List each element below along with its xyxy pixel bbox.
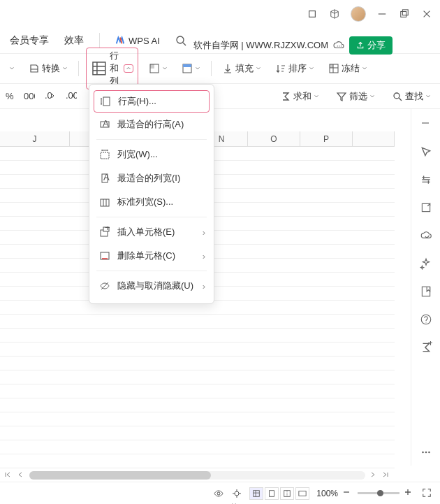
divider (99, 33, 100, 48)
worksheet-button[interactable] (145, 61, 171, 76)
scroll-left-icon[interactable] (17, 471, 25, 480)
zoom-thumb[interactable] (377, 490, 383, 496)
share-label: 分享 (367, 39, 386, 52)
menu-col-width[interactable]: 列宽(W)... (89, 143, 214, 166)
view-page[interactable] (265, 487, 279, 500)
svg-text:.0: .0 (45, 92, 52, 101)
restore-icon[interactable] (306, 8, 318, 20)
menu-hide[interactable]: 隐藏与取消隐藏(U) › (89, 274, 214, 298)
collapse-icon[interactable] (420, 117, 432, 130)
zoom-slider[interactable] (358, 492, 399, 494)
menu-member[interactable]: 会员专享 (10, 34, 49, 47)
table-style-button[interactable] (178, 61, 204, 76)
menu-best-col[interactable]: A 最适合的列宽(I) (89, 166, 214, 190)
sparkle-icon[interactable] (420, 257, 432, 270)
svg-rect-29 (101, 152, 109, 159)
dec-inc[interactable]: .0 (45, 92, 56, 101)
delete-cell-icon (99, 250, 110, 261)
avatar[interactable] (351, 6, 366, 22)
divider (211, 61, 212, 76)
filter-button[interactable]: 筛选 (332, 88, 379, 105)
dec-dec[interactable]: .00 (66, 92, 77, 101)
col-header[interactable] (353, 131, 395, 146)
target-icon[interactable] (231, 488, 242, 499)
menu-col-width-label: 列宽(W)... (117, 148, 158, 161)
horizontal-scrollbar[interactable] (0, 468, 395, 482)
cloud-icon[interactable] (332, 41, 345, 50)
zoom-label[interactable]: 100% (316, 489, 338, 498)
row-col-button[interactable]: 行和列 (86, 48, 138, 89)
filter-icon (336, 91, 347, 102)
scroll-track[interactable] (29, 471, 365, 480)
fill-button[interactable]: 填充 (219, 60, 265, 77)
col-header[interactable]: O (248, 131, 300, 146)
find-icon (392, 91, 403, 102)
sum-button[interactable]: 求和 (277, 88, 323, 105)
menu-insert-cell[interactable]: + 插入单元格(E) › (89, 220, 214, 244)
find-button[interactable]: 查找 (388, 88, 434, 105)
cloud-panel-icon[interactable] (420, 229, 432, 242)
scroll-right-icon[interactable] (369, 471, 378, 480)
menu-insert-cell-label: 插入单元格(E) (117, 226, 175, 238)
freeze-icon (328, 63, 339, 74)
svg-text:.00: .00 (66, 92, 77, 101)
bookmark-icon[interactable] (420, 285, 432, 298)
col-header[interactable]: J (0, 131, 70, 146)
svg-rect-43 (422, 287, 430, 296)
col-header[interactable]: P (300, 131, 353, 146)
col-width-icon (99, 149, 110, 160)
fullscreen-icon[interactable] (422, 488, 433, 499)
svg-rect-2 (401, 12, 406, 17)
view-normal[interactable] (249, 487, 263, 500)
view-read[interactable] (295, 487, 309, 500)
svg-point-46 (422, 452, 424, 454)
help-icon[interactable] (420, 313, 432, 326)
svg-rect-3 (402, 10, 408, 15)
svg-point-4 (177, 36, 184, 43)
svg-rect-18 (330, 64, 333, 68)
ribbon-row2: % 000 .0 .00 求和 筛选 查找 (0, 84, 440, 109)
sort-icon (275, 63, 286, 74)
close-icon[interactable] (420, 8, 433, 20)
menu-hide-label: 隐藏与取消隐藏(U) (117, 280, 193, 292)
sort-button[interactable]: 排序 (272, 60, 318, 77)
search-icon[interactable] (175, 35, 186, 46)
minimize-icon[interactable] (376, 8, 388, 20)
rotate-icon[interactable] (420, 201, 432, 214)
menu-std-col[interactable]: 标准列宽(S)... (89, 190, 214, 214)
select-icon[interactable] (420, 145, 432, 158)
separator (96, 217, 207, 217)
row-height-icon (100, 96, 111, 107)
menu-efficiency[interactable]: 效率 (64, 34, 84, 47)
dropdown-btn[interactable] (6, 64, 18, 73)
maximize-icon[interactable] (398, 8, 411, 20)
eye-icon[interactable] (213, 488, 224, 499)
scroll-last-icon[interactable] (382, 471, 390, 480)
convert-button[interactable]: 转换 (25, 60, 71, 77)
view-break[interactable] (280, 487, 294, 500)
menu-delete-cell[interactable]: 删除单元格(C) › (89, 244, 214, 268)
wpsai-button[interactable]: WPS AI (115, 36, 160, 46)
freeze-button[interactable]: 冻结 (325, 60, 371, 77)
menu-row-height[interactable]: 行高(H)... (94, 90, 210, 113)
freeze-label: 冻结 (342, 62, 360, 75)
scroll-thumb[interactable] (29, 471, 211, 480)
zoom-out-icon[interactable] (342, 488, 353, 499)
formula-icon[interactable]: + (420, 341, 432, 354)
best-row-icon: A (99, 119, 110, 130)
svg-rect-0 (309, 11, 316, 17)
svg-point-6 (337, 45, 338, 46)
scroll-first-icon[interactable] (4, 471, 13, 480)
hide-icon (99, 280, 110, 291)
cube-icon[interactable] (328, 8, 341, 20)
menu-best-row[interactable]: A 最适合的行高(A) (89, 113, 214, 136)
zoom-in-icon[interactable] (404, 488, 415, 499)
side-panel: + (411, 109, 440, 466)
more-icon[interactable] (420, 446, 432, 459)
dec-format-0[interactable]: 000 (24, 92, 35, 101)
svg-text:A: A (103, 173, 110, 182)
share-button[interactable]: 分享 (349, 36, 393, 55)
sum-label: 求和 (293, 90, 311, 103)
pct-format[interactable]: % (6, 91, 14, 101)
settings-icon[interactable] (420, 173, 432, 186)
